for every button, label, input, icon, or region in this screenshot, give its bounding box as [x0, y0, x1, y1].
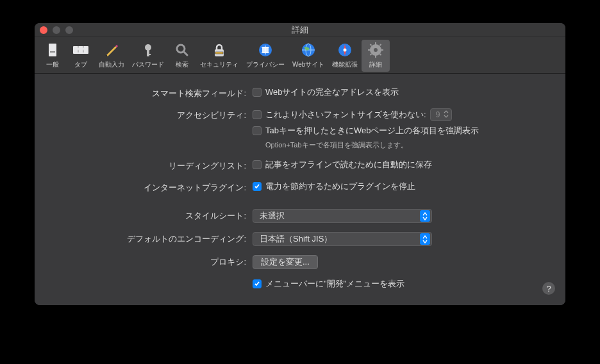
select-min-font-size[interactable]: 9 [430, 108, 453, 121]
svg-line-10 [183, 51, 187, 55]
label-reading-list: リーディングリスト: [54, 159, 253, 172]
svg-point-6 [145, 44, 151, 51]
checkbox-min-font[interactable] [253, 110, 262, 119]
svg-rect-24 [375, 55, 376, 58]
text-min-font: これより小さいフォントサイズを使わない: [265, 109, 426, 120]
select-stylesheet[interactable]: 未選択 [253, 209, 432, 223]
svg-rect-29 [379, 44, 382, 46]
toolbar-tab-advanced[interactable]: 詳細 [362, 40, 390, 72]
toolbar-tab-passwords[interactable]: パスワード [128, 40, 168, 72]
label-default-encoding: デフォルトのエンコーディング: [54, 232, 253, 245]
svg-rect-7 [147, 50, 149, 56]
text-tab-highlight: Tabキーを押したときにWebページ上の各項目を強調表示 [265, 125, 479, 136]
label-stylesheet: スタイルシート: [54, 209, 253, 222]
svg-rect-2 [73, 46, 88, 54]
checkbox-show-develop[interactable] [253, 279, 262, 288]
chevron-updown-icon [420, 210, 430, 222]
minimize-window-button[interactable] [53, 26, 60, 34]
preferences-toolbar: 一般 タブ 自動入力 パスワード 検索 [35, 37, 565, 74]
svg-rect-23 [375, 42, 376, 45]
toolbar-tab-websites[interactable]: Webサイト [288, 40, 328, 72]
window-title: 詳細 [292, 25, 308, 35]
select-default-encoding[interactable]: 日本語（Shift JIS） [253, 232, 432, 246]
key-icon [139, 41, 157, 59]
chevron-updown-icon [420, 233, 430, 245]
text-show-full-address: Webサイトの完全なアドレスを表示 [265, 87, 399, 98]
titlebar: 詳細 [35, 23, 565, 37]
close-window-button[interactable] [40, 26, 47, 34]
globe-icon [299, 41, 317, 59]
label-proxy: プロキシ: [54, 255, 253, 268]
svg-rect-0 [49, 44, 56, 56]
gear-icon [367, 41, 385, 59]
help-button[interactable]: ? [542, 282, 555, 295]
toolbar-tab-tabs[interactable]: タブ [67, 40, 95, 72]
svg-point-20 [344, 49, 347, 52]
button-proxy-settings[interactable]: 設定を変更... [253, 255, 318, 269]
text-show-develop: メニューバーに"開発"メニューを表示 [265, 278, 404, 290]
zoom-window-button[interactable] [65, 26, 73, 34]
svg-rect-1 [50, 51, 55, 53]
svg-rect-27 [370, 44, 372, 46]
extensions-icon [336, 41, 354, 59]
text-offline-save: 記事をオフラインで読むために自動的に保存 [265, 159, 432, 170]
toolbar-tab-search[interactable]: 検索 [168, 40, 196, 72]
tabs-icon [72, 41, 90, 59]
checkbox-plugin-pause[interactable] [253, 182, 262, 191]
toolbar-tab-autofill[interactable]: 自動入力 [95, 40, 128, 72]
checkbox-show-full-address[interactable] [253, 88, 262, 97]
svg-point-22 [374, 48, 378, 52]
svg-rect-12 [215, 52, 223, 54]
search-icon [173, 41, 191, 59]
checkbox-offline-save[interactable] [253, 160, 262, 169]
svg-rect-25 [368, 49, 371, 51]
label-accessibility: アクセシビリティ: [54, 108, 253, 121]
lock-icon [210, 41, 228, 59]
toolbar-tab-privacy[interactable]: プライバシー [242, 40, 288, 72]
label-smart-search: スマート検索フィールド: [54, 87, 253, 99]
preferences-window: 詳細 一般 タブ 自動入力 パスワード [35, 23, 565, 305]
autofill-icon [103, 41, 121, 59]
window-controls [40, 26, 73, 34]
hint-tab: Option+Tabキーで各項目を強調表示します。 [253, 140, 546, 150]
svg-rect-15 [262, 47, 269, 53]
toolbar-tab-extensions[interactable]: 機能拡張 [328, 40, 362, 72]
privacy-icon [256, 41, 274, 59]
label-internet-plugin: インターネットプラグイン: [54, 181, 253, 194]
text-plugin-pause: 電力を節約するためにプラグインを停止 [265, 181, 415, 192]
general-icon [44, 41, 62, 59]
toolbar-tab-security[interactable]: セキュリティ [196, 40, 242, 72]
chevron-updown-icon [444, 110, 449, 120]
checkbox-tab-highlight[interactable] [253, 126, 262, 135]
advanced-pane: スマート検索フィールド: Webサイトの完全なアドレスを表示 アクセシビリティ:… [35, 74, 565, 305]
svg-rect-26 [381, 49, 383, 51]
svg-rect-8 [147, 54, 151, 55]
svg-point-5 [106, 55, 107, 56]
toolbar-tab-general[interactable]: 一般 [38, 40, 67, 72]
